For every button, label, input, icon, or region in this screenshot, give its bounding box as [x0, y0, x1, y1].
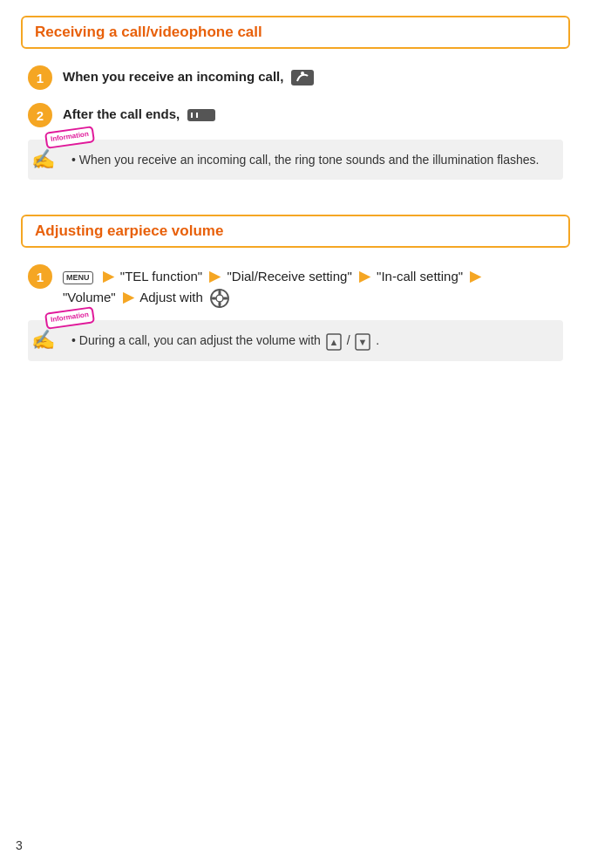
svg-point-1 [301, 72, 304, 75]
end-call-icon [187, 108, 216, 122]
section1: Receiving a call/videophone call 1 When … [21, 16, 570, 180]
slash-separator: / [347, 333, 354, 347]
arrow2: ▶ [209, 266, 220, 287]
arrow3: ▶ [359, 266, 370, 287]
section2: Adjusting earpiece volume 1 MENU ▶ "TEL … [21, 215, 570, 360]
svg-rect-9 [212, 297, 216, 300]
section2-info-text: During a call, you can adjust the volume… [79, 333, 321, 347]
section2-step1: 1 MENU ▶ "TEL function" ▶ "Dial/Receive … [28, 263, 570, 308]
section1-step1: 1 When you receive an incoming call, [28, 65, 570, 90]
section1-info-box: ✍️ Information • When you receive an inc… [28, 140, 563, 180]
svg-rect-8 [218, 302, 221, 306]
section2-step1-text: MENU ▶ "TEL function" ▶ "Dial/Receive se… [63, 263, 484, 308]
section2-info-box: ✍️ Information • During a call, you can … [28, 320, 563, 360]
section2-title: Adjusting earpiece volume [35, 222, 223, 239]
section1-info-text: When you receive an incoming call, the r… [79, 153, 540, 167]
period-text: . [376, 333, 379, 347]
info-stamp-1: ✍️ Information [31, 129, 78, 174]
section2-header: Adjusting earpiece volume [21, 215, 570, 248]
step-circle-2: 2 [28, 103, 52, 127]
in-call-text: "In-call setting" [377, 269, 463, 284]
svg-rect-7 [218, 290, 221, 295]
hand-icon-1: ✍️ [31, 144, 55, 174]
svg-point-6 [216, 295, 223, 302]
section1-step2: 2 After the call ends, [28, 102, 570, 127]
svg-rect-10 [223, 297, 228, 300]
tel-function-text: "TEL function" [120, 269, 202, 284]
nav-dial-icon [210, 289, 229, 308]
information-badge-2: Information [44, 307, 95, 330]
section1-header: Receiving a call/videophone call [21, 16, 570, 49]
vol-up-icon: ▲ [326, 333, 342, 351]
dial-receive-text: "Dial/Receive setting" [228, 269, 352, 284]
phone-icon [290, 69, 315, 86]
section1-title: Receiving a call/videophone call [35, 24, 262, 40]
svg-text:▼: ▼ [358, 337, 368, 347]
section1-step1-text: When you receive an incoming call, [63, 65, 315, 87]
arrow4: ▶ [470, 266, 480, 287]
hand-icon-2: ✍️ [31, 325, 55, 355]
step-circle-1: 1 [28, 65, 52, 90]
menu-icon: MENU [63, 271, 93, 284]
arrow1: ▶ [103, 266, 113, 287]
adjust-with-text: Adjust with [139, 290, 203, 304]
vol-down-icon: ▼ [355, 333, 370, 351]
arrow5: ▶ [123, 287, 133, 308]
information-badge-1: Information [44, 126, 95, 148]
volume-text: "Volume" [63, 290, 116, 304]
svg-text:▲: ▲ [329, 337, 338, 347]
info-stamp-2: ✍️ Information [31, 310, 78, 355]
step-circle-s2-1: 1 [28, 264, 52, 289]
section1-step2-text: After the call ends, [63, 102, 216, 125]
page-number: 3 [16, 838, 23, 852]
